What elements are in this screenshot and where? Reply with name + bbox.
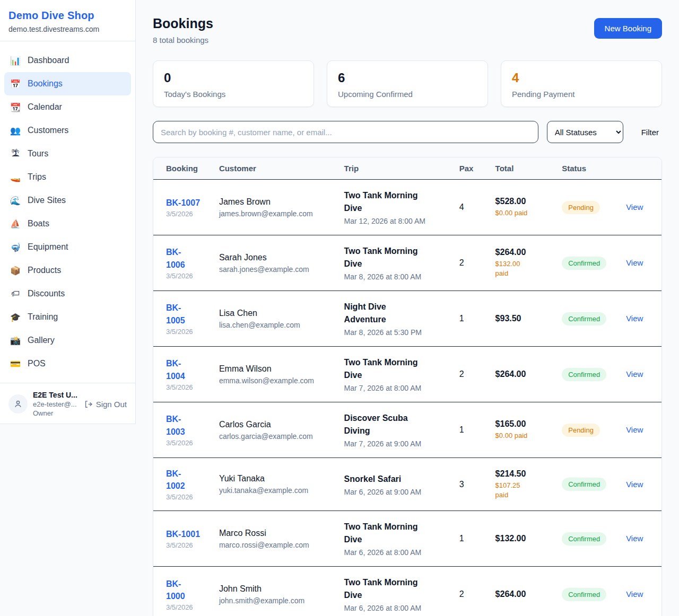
booking-id-link[interactable]: BK- 1005 (166, 302, 185, 326)
trip-name: Discover Scuba Diving (344, 412, 429, 437)
sign-out-label: Sign Out (96, 400, 127, 409)
stat-label: Pending Payment (512, 90, 651, 99)
booking-id-link[interactable]: BK- 1002 (166, 468, 185, 492)
sidebar: Demo Dive Shop demo.test.divestreams.com… (0, 0, 136, 424)
booking-id-link[interactable]: BK- 1000 (166, 578, 185, 602)
trip-date: Mar 7, 2026 at 8:00 AM (344, 384, 447, 392)
pax-count: 1 (453, 402, 489, 458)
sidebar-item-label: Discounts (28, 289, 65, 298)
booking-date: 3/5/2026 (166, 272, 206, 280)
booking-id-link[interactable]: BK-1007 (166, 197, 200, 209)
status-badge: Confirmed (562, 588, 606, 601)
booking-id-link[interactable]: BK- 1003 (166, 413, 185, 437)
dashboard-icon: 📊 (10, 56, 21, 66)
status-filter-select[interactable]: All Statuses (547, 121, 623, 143)
booking-id-link[interactable]: BK-1001 (166, 528, 200, 540)
trip-date: Mar 6, 2026 at 8:00 AM (344, 604, 447, 612)
column-header-trip: Trip (338, 157, 453, 180)
table-row: BK- 10033/5/2026 Carlos Garciacarlos.gar… (153, 402, 661, 458)
sidebar-item-label: Tours (28, 149, 48, 159)
customer-name: Marco Rossi (219, 529, 332, 538)
sidebar-item-tours[interactable]: 🏝 Tours (4, 142, 131, 165)
sidebar-item-gallery[interactable]: 📸 Gallery (4, 329, 131, 352)
pax-count: 1 (453, 291, 489, 347)
sidebar-item-dashboard[interactable]: 📊 Dashboard (4, 49, 131, 72)
table-row: BK- 10063/5/2026 Sarah Jonessarah.jones@… (153, 235, 661, 291)
sidebar-item-calendar[interactable]: 📆 Calendar (4, 95, 131, 119)
sidebar-item-training[interactable]: 🎓 Training (4, 305, 131, 329)
user-info: E2E Test U... e2e-tester@... Owner (33, 391, 79, 417)
status-badge: Confirmed (562, 478, 606, 491)
paid-amount: $132.00 paid (495, 259, 534, 278)
graduation-cap-icon: 🎓 (10, 312, 21, 322)
trip-date: Mar 6, 2026 at 9:00 AM (344, 488, 447, 496)
view-link[interactable]: View (626, 425, 643, 434)
sidebar-item-pos[interactable]: 💳 POS (4, 352, 131, 375)
new-booking-button[interactable]: New Booking (594, 18, 662, 39)
view-link[interactable]: View (626, 589, 643, 599)
total-amount: $165.00 (495, 419, 550, 429)
sidebar-item-bookings[interactable]: 📅 Bookings (4, 72, 131, 95)
package-icon: 📦 (10, 266, 21, 276)
booking-id-link[interactable]: BK- 1006 (166, 246, 185, 270)
stat-value: 6 (338, 71, 477, 85)
shop-name: Demo Dive Shop (8, 10, 127, 22)
filter-button[interactable]: Filter (641, 128, 659, 137)
search-input[interactable] (153, 121, 538, 143)
island-icon: 🏝 (10, 149, 21, 159)
customer-name: Sarah Jones (219, 253, 332, 262)
status-badge: Confirmed (562, 312, 606, 325)
view-link[interactable]: View (626, 203, 643, 212)
sidebar-item-label: Dashboard (28, 56, 69, 65)
filter-controls: All Statuses Filter (153, 121, 662, 143)
column-header-pax: Pax (453, 157, 489, 180)
sidebar-item-discounts[interactable]: 🏷 Discounts (4, 282, 131, 305)
paid-amount: $0.00 paid (495, 208, 534, 218)
sidebar-item-trips[interactable]: 🚤 Trips (4, 165, 131, 189)
calendar-date-icon: 📅 (10, 79, 21, 89)
user-email: e2e-tester@... (33, 400, 79, 408)
trip-name: Two Tank Morning Dive (344, 521, 429, 546)
sidebar-item-customers[interactable]: 👥 Customers (4, 119, 131, 142)
sign-out-button[interactable]: Sign Out (84, 400, 127, 409)
column-header-total: Total (489, 157, 556, 180)
view-link[interactable]: View (626, 258, 643, 267)
stat-label: Today's Bookings (164, 90, 303, 99)
shop-domain: demo.test.divestreams.com (8, 25, 127, 33)
sidebar-item-equipment[interactable]: 🤿 Equipment (4, 235, 131, 259)
sailboat-icon: ⛵ (10, 219, 21, 229)
customer-email: yuki.tanaka@example.com (219, 486, 332, 495)
sidebar-item-label: Calendar (28, 102, 62, 112)
pax-count: 2 (453, 347, 489, 402)
view-link[interactable]: View (626, 314, 643, 323)
customer-email: james.brown@example.com (219, 209, 332, 218)
status-badge: Confirmed (562, 257, 606, 270)
people-icon: 👥 (10, 126, 21, 136)
trip-date: Mar 8, 2026 at 5:30 PM (344, 328, 447, 337)
trip-name: Two Tank Morning Dive (344, 576, 429, 602)
sidebar-item-label: Customers (28, 126, 68, 135)
sign-out-icon (84, 400, 93, 409)
booking-date: 3/5/2026 (166, 383, 206, 391)
total-amount: $93.50 (495, 314, 550, 323)
booking-id-link[interactable]: BK- 1004 (166, 357, 185, 382)
status-badge: Confirmed (562, 532, 606, 545)
customer-name: John Smith (219, 584, 332, 594)
customer-name: Lisa Chen (219, 309, 332, 318)
customer-email: marco.rossi@example.com (219, 541, 332, 549)
calendar-icon: 📆 (10, 102, 21, 112)
customer-name: Carlos Garcia (219, 420, 332, 429)
stat-value: 4 (512, 71, 651, 85)
customer-name: James Brown (219, 197, 332, 207)
view-link[interactable]: View (626, 369, 643, 379)
customer-email: lisa.chen@example.com (219, 321, 332, 329)
sidebar-item-dive-sites[interactable]: 🌊 Dive Sites (4, 189, 131, 212)
sidebar-item-products[interactable]: 📦 Products (4, 259, 131, 282)
view-link[interactable]: View (626, 534, 643, 543)
paid-amount: $107.25 paid (495, 481, 534, 500)
status-badge: Pending (562, 201, 600, 214)
paid-amount: $0.00 paid (495, 431, 534, 441)
sidebar-item-boats[interactable]: ⛵ Boats (4, 212, 131, 235)
sidebar-item-label: Training (28, 312, 58, 322)
view-link[interactable]: View (626, 480, 643, 489)
